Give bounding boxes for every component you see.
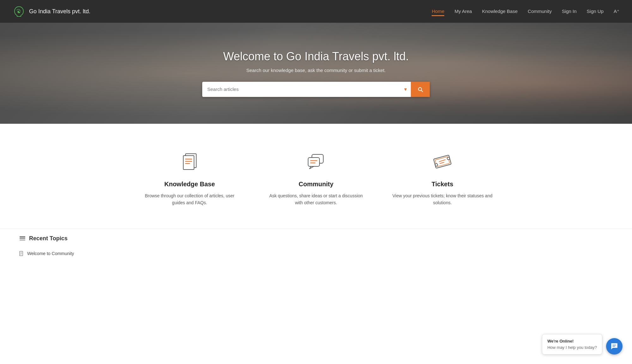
- svg-point-14: [447, 157, 450, 160]
- hero-section: Welcome to Go India Travels pvt. ltd. Se…: [0, 23, 632, 124]
- recent-item-doc-icon: [19, 251, 24, 256]
- search-input[interactable]: [202, 82, 400, 96]
- nav-item-signup[interactable]: Sign Up: [587, 9, 604, 14]
- hero-title: Welcome to Go India Travels pvt. ltd.: [6, 50, 626, 63]
- search-dropdown-arrow-icon[interactable]: ▼: [400, 87, 411, 92]
- nav-links: Home My Area Knowledge Base Community Si…: [432, 9, 619, 14]
- card-knowledge-base[interactable]: Knowledge Base Browse through our collec…: [126, 143, 253, 213]
- hero-content: Welcome to Go India Travels pvt. ltd. Se…: [0, 50, 632, 97]
- card-community[interactable]: Community Ask questions, share ideas or …: [253, 143, 379, 213]
- brand: Go India Travels pvt. ltd.: [13, 5, 432, 18]
- recent-item-0[interactable]: Welcome to Community: [19, 248, 613, 259]
- search-bar: ▼: [202, 82, 430, 97]
- at-icon[interactable]: A⁺: [614, 9, 619, 14]
- knowledge-base-icon: [139, 149, 240, 174]
- nav-link-signin[interactable]: Sign In: [562, 9, 577, 15]
- svg-line-15: [439, 160, 445, 162]
- nav-item-home[interactable]: Home: [432, 9, 444, 14]
- nav-link-signup[interactable]: Sign Up: [587, 9, 604, 15]
- brand-name: Go India Travels pvt. ltd.: [29, 8, 90, 15]
- svg-rect-19: [20, 240, 25, 241]
- tickets-icon: [392, 149, 493, 174]
- nav-link-knowledgebase[interactable]: Knowledge Base: [482, 9, 518, 15]
- recent-header: Recent Topics: [19, 235, 613, 242]
- knowledge-base-desc: Browse through our collection of article…: [139, 192, 240, 206]
- knowledge-base-svg-icon: [179, 151, 201, 173]
- card-tickets[interactable]: Tickets View your previous tickets; know…: [379, 143, 506, 213]
- search-icon: [417, 86, 423, 92]
- cards-section: Knowledge Base Browse through our collec…: [0, 124, 632, 229]
- nav-link-community[interactable]: Community: [528, 9, 552, 15]
- tickets-title: Tickets: [392, 181, 493, 188]
- nav-item-knowledgebase[interactable]: Knowledge Base: [482, 9, 518, 14]
- hero-subtitle: Search our knowledge base, ask the commu…: [6, 68, 626, 73]
- community-desc: Ask questions, share ideas or start a di…: [265, 192, 367, 206]
- svg-rect-1: [183, 156, 194, 170]
- nav-link-myarea[interactable]: My Area: [454, 9, 472, 15]
- tickets-desc: View your previous tickets; know their s…: [392, 192, 493, 206]
- svg-marker-8: [309, 166, 314, 169]
- search-button[interactable]: [411, 82, 430, 97]
- svg-rect-7: [308, 158, 319, 166]
- community-title: Community: [265, 181, 367, 188]
- recent-topics-stack-icon: [19, 235, 26, 242]
- brand-logo-icon: [13, 5, 25, 18]
- nav-link-home[interactable]: Home: [432, 9, 444, 16]
- svg-rect-17: [20, 236, 25, 237]
- community-svg-icon: [305, 151, 327, 173]
- knowledge-base-title: Knowledge Base: [139, 181, 240, 188]
- community-icon: [265, 149, 367, 174]
- nav-item-myarea[interactable]: My Area: [454, 9, 472, 14]
- recent-section: Recent Topics Welcome to Community: [0, 229, 632, 271]
- svg-point-13: [435, 163, 438, 166]
- recent-item-label-0[interactable]: Welcome to Community: [27, 251, 74, 256]
- tickets-svg-icon: [431, 151, 453, 173]
- nav-item-signin[interactable]: Sign In: [562, 9, 577, 14]
- recent-title: Recent Topics: [29, 235, 68, 242]
- svg-line-16: [440, 162, 444, 164]
- svg-rect-18: [20, 238, 25, 239]
- navbar: Go India Travels pvt. ltd. Home My Area …: [0, 0, 632, 23]
- nav-item-at[interactable]: A⁺: [614, 9, 619, 14]
- nav-item-community[interactable]: Community: [528, 9, 552, 14]
